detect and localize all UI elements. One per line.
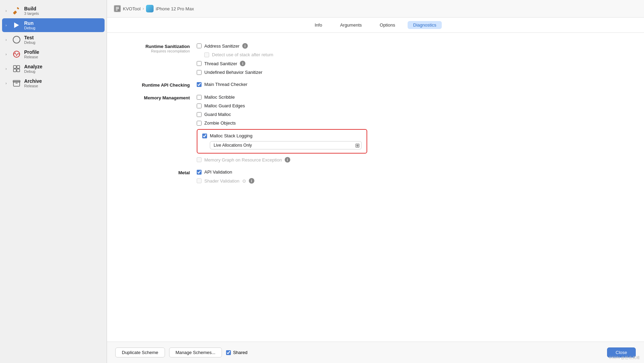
tab-arguments[interactable]: Arguments: [334, 21, 367, 29]
section-runtime-api-checking: Runtime API Checking Main Thread Checker: [121, 82, 630, 88]
thread-sanitizer-row: Thread Sanitizer i: [197, 61, 273, 66]
api-validation-row: API Validation: [197, 169, 254, 175]
zombie-objects-row: Zombie Objects: [197, 120, 367, 126]
sidebar-item-build[interactable]: › Build 3 targets: [2, 4, 105, 18]
api-validation-label: API Validation: [204, 169, 232, 175]
shader-validation-checkbox[interactable]: [197, 178, 202, 183]
runtime-sanitization-sublabel: Requires recompilation: [121, 49, 190, 53]
sidebar: › Build 3 targets › Run Debug › Test Deb…: [0, 0, 107, 363]
sidebar-item-test[interactable]: › Test Debug: [2, 33, 105, 47]
malloc-stack-logging-label: Malloc Stack Logging: [210, 133, 253, 138]
hammer-icon: [12, 6, 21, 16]
app-icon: [146, 5, 154, 12]
watermark: CSDN @想名真难: [609, 355, 640, 360]
main-thread-checker-row: Main Thread Checker: [197, 82, 247, 87]
malloc-guard-edges-checkbox[interactable]: [197, 104, 202, 108]
zombie-objects-checkbox[interactable]: [197, 121, 202, 126]
manage-schemes-button[interactable]: Manage Schemes...: [169, 347, 222, 357]
project-icon: [114, 5, 121, 12]
shader-validation-info-icon[interactable]: i: [249, 178, 254, 184]
address-sanitizer-info-icon[interactable]: i: [242, 43, 248, 49]
svg-rect-13: [116, 10, 118, 10]
build-subtitle: 3 targets: [24, 11, 39, 16]
test-title: Test: [24, 35, 35, 40]
shader-link-icon[interactable]: ⊙: [242, 178, 246, 184]
sidebar-item-run[interactable]: › Run Debug: [2, 18, 105, 32]
runtime-api-checking-label: Runtime API Checking: [121, 82, 190, 88]
detect-stack-checkbox[interactable]: [204, 52, 209, 57]
undefined-behavior-row: Undefined Behavior Sanitizer: [197, 70, 273, 75]
svg-point-2: [13, 51, 20, 57]
build-title: Build: [24, 6, 39, 11]
sidebar-item-analyze[interactable]: › Analyze Debug: [2, 62, 105, 76]
breadcrumb-separator: ›: [143, 6, 144, 11]
analyze-title: Analyze: [24, 64, 42, 69]
malloc-stack-logging-row: Malloc Stack Logging: [202, 133, 362, 138]
detect-stack-label: Detect use of stack after return: [212, 52, 273, 57]
live-allocations-wrapper: Live Allocations Only All Allocations an…: [202, 141, 362, 149]
svg-rect-1: [13, 10, 17, 14]
chevron-icon: ›: [6, 9, 10, 13]
play-icon: [12, 20, 21, 30]
main-thread-checker-label: Main Thread Checker: [204, 82, 247, 87]
svg-rect-12: [116, 8, 119, 9]
thread-sanitizer-info-icon[interactable]: i: [240, 61, 245, 66]
tab-options[interactable]: Options: [374, 21, 401, 29]
footer: Duplicate Scheme Manage Schemes... Share…: [107, 342, 644, 363]
tab-info[interactable]: Info: [309, 21, 328, 29]
breadcrumb-target: iPhone 12 Pro Max: [156, 6, 194, 11]
undefined-behavior-checkbox[interactable]: [197, 70, 202, 75]
shader-validation-label: Shader Validation: [204, 178, 240, 184]
main-thread-checker-checkbox[interactable]: [197, 82, 202, 87]
malloc-scribble-checkbox[interactable]: [197, 95, 202, 100]
content-area: Runtime Sanitization Requires recompilat…: [107, 33, 644, 342]
svg-rect-4: [17, 66, 20, 68]
live-allocations-select[interactable]: Live Allocations Only All Allocations an…: [210, 141, 362, 149]
memory-graph-row: Memory Graph on Resource Exception i: [197, 157, 367, 163]
chevron-icon: ›: [6, 38, 10, 42]
run-subtitle: Debug: [24, 26, 35, 30]
memory-graph-checkbox[interactable]: [197, 157, 202, 162]
malloc-stack-logging-checkbox[interactable]: [202, 134, 207, 138]
guard-malloc-checkbox[interactable]: [197, 112, 202, 117]
address-sanitizer-row: Address Sanitizer i: [197, 43, 273, 49]
tab-bar: Info Arguments Options Diagnostics: [107, 18, 644, 33]
sidebar-item-profile[interactable]: › Profile Release: [2, 47, 105, 61]
shared-wrapper: Shared: [226, 350, 247, 355]
zombie-objects-label: Zombie Objects: [204, 120, 236, 126]
shader-validation-row: Shader Validation ⊙ i: [197, 178, 254, 184]
memory-graph-info-icon[interactable]: i: [285, 157, 290, 163]
chevron-icon: ›: [6, 67, 10, 71]
api-validation-checkbox[interactable]: [197, 170, 202, 175]
test-subtitle: Debug: [24, 40, 35, 45]
run-title: Run: [24, 20, 35, 26]
chevron-icon: ›: [6, 81, 10, 85]
svg-rect-5: [13, 69, 16, 72]
metal-label: Metal: [121, 170, 190, 175]
live-allocations-select-wrapper: Live Allocations Only All Allocations an…: [210, 141, 362, 149]
malloc-stack-logging-highlight: Malloc Stack Logging Live Allocations On…: [197, 129, 367, 154]
analyze-subtitle: Debug: [24, 69, 42, 73]
runtime-sanitization-label: Runtime Sanitization: [121, 44, 190, 49]
duplicate-scheme-button[interactable]: Duplicate Scheme: [115, 347, 165, 357]
sidebar-item-archive[interactable]: › Archive Release: [2, 76, 105, 90]
malloc-guard-edges-label: Malloc Guard Edges: [204, 103, 245, 108]
address-sanitizer-checkbox[interactable]: [197, 43, 202, 48]
svg-rect-11: [116, 7, 119, 8]
shared-checkbox[interactable]: [226, 350, 231, 355]
malloc-scribble-row: Malloc Scribble: [197, 95, 367, 100]
test-icon: [12, 35, 21, 45]
breadcrumb: KVOTool › iPhone 12 Pro Max: [114, 5, 194, 12]
guard-malloc-row: Guard Malloc: [197, 112, 367, 117]
thread-sanitizer-label: Thread Sanitizer: [204, 61, 237, 66]
memory-graph-label: Memory Graph on Resource Exception: [204, 157, 282, 163]
tab-diagnostics[interactable]: Diagnostics: [408, 21, 442, 29]
malloc-scribble-label: Malloc Scribble: [204, 95, 235, 100]
thread-sanitizer-checkbox[interactable]: [197, 61, 202, 66]
memory-management-label: Memory Management: [121, 95, 190, 100]
activity-icon: [12, 49, 21, 59]
profile-subtitle: Release: [24, 55, 39, 59]
malloc-guard-edges-row: Malloc Guard Edges: [197, 103, 367, 108]
archive-title: Archive: [24, 78, 42, 84]
detect-stack-row: Detect use of stack after return: [197, 52, 273, 57]
